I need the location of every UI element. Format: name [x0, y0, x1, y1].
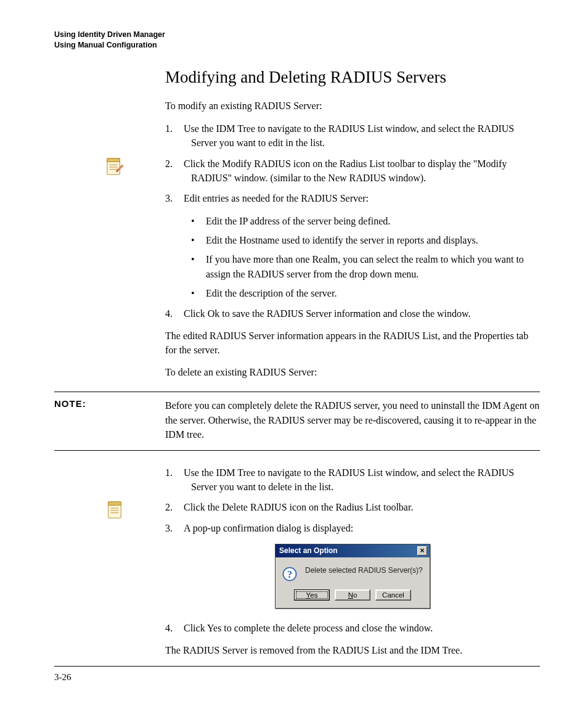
modify-steps-list-cont: 4.Click Ok to save the RADIUS Server inf… [165, 306, 540, 321]
note-text: Before you can completely delete the RAD… [165, 398, 540, 441]
page-header: Using Identity Driven Manager Using Manu… [54, 30, 540, 51]
cancel-button[interactable]: Cancel [375, 589, 411, 601]
after-delete: The RADIUS Server is removed from the RA… [165, 644, 540, 657]
dialog-title: Select an Option [279, 546, 338, 555]
list-item: 4.Click Ok to save the RADIUS Server inf… [165, 306, 540, 321]
list-item: 3.Edit entries as needed for the RADIUS … [165, 191, 540, 205]
delete-radius-icon [131, 500, 150, 520]
list-item: 4.Click Yes to complete the delete proce… [165, 621, 540, 635]
section-heading: Modifying and Deleting RADIUS Servers [165, 68, 540, 87]
intro-delete: To delete an existing RADIUS Server: [165, 366, 540, 379]
svg-rect-8 [108, 502, 121, 506]
svg-text:?: ? [287, 568, 292, 580]
list-item: •Edit the description of the server. [165, 286, 540, 300]
list-item: 1.Use the IDM Tree to navigate to the RA… [165, 466, 540, 494]
note-block: NOTE: Before you can completely delete t… [54, 392, 540, 451]
question-icon: ? [282, 566, 298, 582]
intro-modify: To modify an existing RADIUS Server: [165, 99, 540, 113]
dialog-titlebar: Select an Option × [276, 544, 430, 557]
no-button[interactable]: No [335, 589, 370, 601]
close-icon[interactable]: × [417, 546, 427, 556]
list-item: •Edit the Hostname used to identify the … [165, 233, 540, 247]
list-item: 3.A pop-up confirmation dialog is displa… [165, 521, 540, 535]
dialog-figure: Select an Option × ? Delete selected RAD… [165, 544, 540, 609]
delete-steps-list: 1.Use the IDM Tree to navigate to the RA… [165, 466, 540, 535]
confirmation-dialog: Select an Option × ? Delete selected RAD… [275, 544, 430, 609]
after-modify: The edited RADIUS Server information app… [165, 329, 540, 357]
modify-bullets-list: •Edit the IP address of the server being… [165, 214, 540, 300]
page-number: 3-26 [54, 672, 71, 683]
header-line-1: Using Identity Driven Manager [54, 30, 540, 40]
delete-steps-list-cont: 4.Click Yes to complete the delete proce… [165, 621, 540, 635]
list-item: 2.Click the Delete RADIUS icon on the Ra… [165, 500, 540, 514]
yes-button[interactable]: Yes [294, 589, 330, 601]
list-item: 2.Click the Modify RADIUS icon on the Ra… [165, 157, 540, 185]
list-item: 1.Use the IDM Tree to navigate to the RA… [165, 121, 540, 150]
dialog-button-row: Yes No Cancel [276, 589, 430, 608]
list-item: •Edit the IP address of the server being… [165, 214, 540, 228]
footer-rule [54, 666, 540, 667]
modify-steps-list: 1.Use the IDM Tree to navigate to the RA… [165, 121, 540, 205]
list-item: •If you have more than one Realm, you ca… [165, 252, 540, 281]
dialog-message: Delete selected RADIUS Server(s)? [305, 566, 423, 575]
note-label: NOTE: [54, 398, 86, 409]
header-line-2: Using Manual Configuration [54, 40, 540, 51]
svg-rect-1 [107, 158, 120, 162]
modify-radius-icon [131, 157, 150, 176]
